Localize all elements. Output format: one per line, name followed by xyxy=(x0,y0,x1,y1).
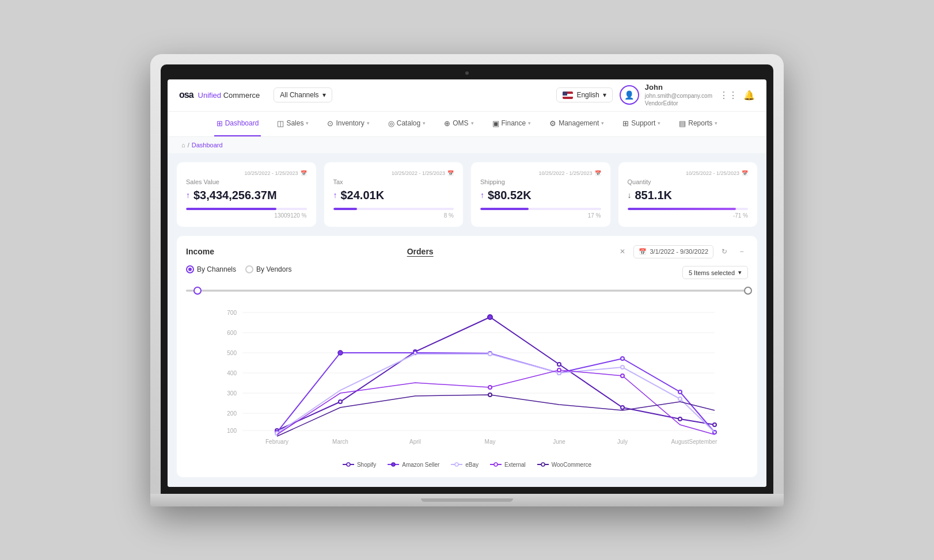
range-slider[interactable] xyxy=(186,286,748,295)
avatar[interactable]: 👤 xyxy=(620,85,639,105)
svg-point-46 xyxy=(488,393,492,397)
radio-by-channels[interactable]: By Channels xyxy=(186,265,236,273)
topbar-icons: ⋮⋮ 🔔 xyxy=(719,90,755,101)
legend-ebay-icon xyxy=(451,462,462,467)
stat-card-tax: 10/25/2022 - 1/25/2023 📅 Tax ↑ $24.01K xyxy=(324,162,464,227)
svg-text:February: February xyxy=(265,439,288,445)
stat-bar-4 xyxy=(628,208,749,210)
svg-point-31 xyxy=(338,351,343,355)
nav-management[interactable]: ⚙ Management ▾ xyxy=(547,111,606,136)
finance-chevron: ▾ xyxy=(528,120,531,126)
calendar-icon-3[interactable]: 📅 xyxy=(595,170,601,176)
breadcrumb-home-icon[interactable]: ⌂ xyxy=(181,142,185,148)
oms-icon: ⊕ xyxy=(444,119,450,128)
stat-date-4: 10/25/2022 - 1/25/2023 📅 xyxy=(628,170,749,176)
legend-amazon-icon xyxy=(388,462,399,467)
logo-icon: osa xyxy=(179,90,193,100)
legend-external-icon xyxy=(490,462,502,467)
chart-controls: ✕ 📅 3/1/2022 - 9/30/2022 ↻ − xyxy=(616,245,748,258)
svg-text:July: July xyxy=(617,439,628,445)
svg-point-36 xyxy=(678,390,682,394)
language-selector[interactable]: English ▾ xyxy=(556,87,612,102)
svg-text:May: May xyxy=(485,439,496,445)
close-btn[interactable]: ✕ xyxy=(616,245,629,258)
inventory-icon: ⊙ xyxy=(327,119,333,128)
refresh-btn[interactable]: ↻ xyxy=(718,245,731,258)
logo-text: Unified Commerce xyxy=(198,91,260,100)
svg-text:300: 300 xyxy=(227,390,237,397)
calendar-icon-4[interactable]: 📅 xyxy=(742,170,748,176)
camera xyxy=(465,71,469,75)
legend-amazon-label: Amazon Seller xyxy=(402,462,439,468)
stat-label-4: Quantity xyxy=(628,178,749,185)
radio-vendors-circle xyxy=(245,265,253,273)
channel-selector[interactable]: All Channels ▾ xyxy=(274,87,332,102)
breadcrumb: ⌂ / Dashboard xyxy=(168,137,766,153)
collapse-btn[interactable]: − xyxy=(735,245,748,258)
stat-value-4: ↓ 851.1K xyxy=(628,189,749,202)
items-selected-label: 5 Items selected xyxy=(689,269,735,276)
nav-oms-label: OMS xyxy=(453,119,468,127)
calendar-icon-2[interactable]: 📅 xyxy=(447,170,454,176)
apps-icon[interactable]: ⋮⋮ xyxy=(719,90,738,101)
legend-shopify: Shopify xyxy=(343,462,376,468)
main-content: 10/25/2022 - 1/25/2023 📅 Sales Value ↑ $… xyxy=(168,153,766,487)
laptop-base xyxy=(150,494,784,506)
nav-catalog[interactable]: ◎ Catalog ▾ xyxy=(386,111,428,136)
radio-channels-label: By Channels xyxy=(197,265,236,273)
nav-reports[interactable]: ▤ Reports ▾ xyxy=(677,111,720,136)
laptop-notch xyxy=(421,498,513,502)
svg-point-28 xyxy=(678,417,682,421)
avatar-icon: 👤 xyxy=(624,90,634,100)
stat-date-2: 10/25/2022 - 1/25/2023 📅 xyxy=(333,170,454,176)
app: osa Unified Commerce All Channels ▾ Engl… xyxy=(168,79,766,487)
lang-chevron: ▾ xyxy=(603,91,606,99)
management-icon: ⚙ xyxy=(549,119,556,128)
date-range-btn[interactable]: 📅 3/1/2022 - 9/30/2022 xyxy=(633,245,713,258)
calendar-icon[interactable]: 📅 xyxy=(301,170,307,176)
logo-area: osa Unified Commerce xyxy=(179,90,260,100)
reports-chevron: ▾ xyxy=(715,120,717,126)
items-select[interactable]: 5 Items selected ▾ xyxy=(682,266,748,279)
svg-text:August: August xyxy=(671,439,689,445)
svg-text:600: 600 xyxy=(227,330,237,336)
orders-title: Orders xyxy=(396,247,617,256)
radio-by-vendors[interactable]: By Vendors xyxy=(245,265,291,273)
bell-icon[interactable]: 🔔 xyxy=(743,90,755,101)
nav-support[interactable]: ⊞ Support ▾ xyxy=(620,111,663,136)
stat-label-2: Tax xyxy=(333,178,454,185)
nav-dashboard[interactable]: ⊞ Dashboard xyxy=(214,111,261,136)
nav-sales[interactable]: ◫ Sales ▾ xyxy=(275,111,311,136)
range-thumb-left[interactable] xyxy=(193,287,202,295)
svg-point-35 xyxy=(621,357,624,360)
legend-shopify-label: Shopify xyxy=(357,462,376,468)
stat-bar-fill-1 xyxy=(186,208,276,210)
svg-point-51 xyxy=(392,463,395,466)
stat-value-1: ↑ $3,434,256.37M xyxy=(186,189,307,202)
stat-card-shipping: 10/25/2022 - 1/25/2023 📅 Shipping ↑ $80.… xyxy=(471,162,610,227)
arrow-up-2: ↑ xyxy=(333,191,337,200)
nav-dashboard-label: Dashboard xyxy=(225,119,259,127)
svg-point-53 xyxy=(455,463,458,466)
stat-bar-2 xyxy=(333,208,454,210)
range-thumb-right[interactable] xyxy=(744,287,752,295)
nav-finance[interactable]: ▣ Finance ▾ xyxy=(490,111,534,136)
nav-finance-label: Finance xyxy=(502,119,526,127)
user-info: John john.smith@company.com VendorEditor xyxy=(645,83,712,108)
svg-text:200: 200 xyxy=(227,410,237,417)
chart-section: Income Orders ✕ 📅 3/1/2022 - 9/30/2022 ↻… xyxy=(177,236,757,477)
arrow-up-1: ↑ xyxy=(186,191,190,200)
svg-point-27 xyxy=(621,406,624,409)
logo-commerce: Commerce xyxy=(221,91,260,100)
nav-oms[interactable]: ⊕ OMS ▾ xyxy=(442,111,476,136)
stat-bar-fill-2 xyxy=(333,208,358,210)
breadcrumb-current: Dashboard xyxy=(192,142,223,148)
svg-text:700: 700 xyxy=(227,310,237,316)
reports-icon: ▤ xyxy=(679,119,686,128)
nav-inventory[interactable]: ⊙ Inventory ▾ xyxy=(325,111,371,136)
user-email: john.smith@company.com xyxy=(645,92,712,100)
legend-woo-icon xyxy=(537,462,549,467)
nav-reports-label: Reports xyxy=(688,119,712,127)
svg-text:400: 400 xyxy=(227,370,237,376)
svg-point-49 xyxy=(347,463,350,466)
